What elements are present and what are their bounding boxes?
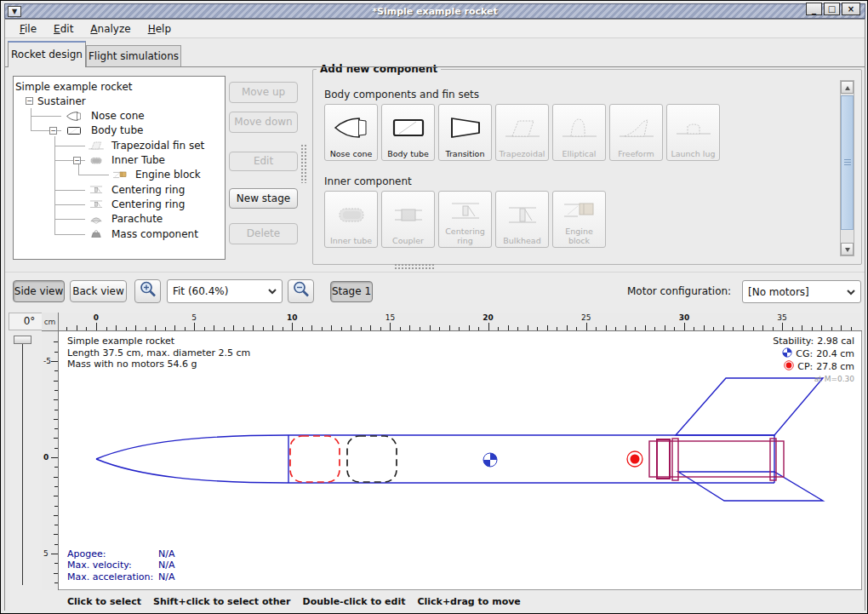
fin-upper[interactable]	[676, 378, 823, 435]
ruler-tick	[370, 325, 371, 330]
menu-edit[interactable]: Edit	[46, 21, 81, 37]
tree-item-nose-cone[interactable]: Nose cone	[14, 109, 145, 123]
ruler-tick	[283, 327, 283, 330]
component-scrollbar[interactable]	[840, 80, 854, 256]
add-transition-button[interactable]: Transition	[438, 104, 492, 161]
nose-cone-top[interactable]	[96, 435, 288, 459]
inner-tube-icon	[85, 154, 107, 167]
component-tree[interactable]: Simple example rocket−SustainerNose cone…	[13, 76, 226, 260]
close-button[interactable]: ×	[842, 3, 860, 15]
ruler-tick	[517, 327, 518, 330]
tree-item-body-tube[interactable]: Body tube	[14, 123, 143, 138]
edit-button[interactable]: Edit	[229, 152, 298, 171]
horizontal-split-handle[interactable]	[394, 263, 435, 271]
tree-item-parachute[interactable]: Parachute	[14, 212, 163, 227]
ruler-tick	[713, 327, 714, 330]
rocket-info-text: Simple example rocketLength 37.5 cm, max…	[67, 336, 250, 370]
bulkhead-icon	[504, 200, 541, 229]
tree-item-label: Centering ring	[111, 198, 185, 210]
engine-block-icon	[109, 169, 131, 181]
tab-flight-simulations[interactable]: Flight simulations	[86, 45, 181, 67]
engine-block-icon	[561, 193, 598, 227]
ruler-tick	[459, 327, 460, 330]
menu-file[interactable]: File	[12, 21, 44, 37]
parachute-icon	[85, 213, 107, 226]
ruler-tick	[821, 325, 822, 330]
zoom-in-button[interactable]	[134, 279, 161, 303]
add-launch-lug-button[interactable]: Launch lug	[666, 104, 720, 161]
tree-item-centering-ring[interactable]: Centering ring	[14, 197, 185, 211]
fin-elliptical-icon	[561, 106, 598, 150]
component-button-label: Body tube	[387, 150, 429, 159]
ruler-tick	[272, 325, 273, 330]
minimize-button[interactable]: _	[806, 3, 822, 15]
rotation-slider-track[interactable]	[22, 340, 23, 585]
add-bulkhead-button[interactable]: Bulkhead	[495, 191, 549, 248]
centering-ring-1-outline[interactable]	[672, 439, 678, 480]
mass-component-outline[interactable]	[347, 436, 397, 482]
tab-pane-border	[5, 66, 865, 67]
component-button-label: Engine block	[554, 227, 604, 245]
add-coupler-button[interactable]: Coupler	[381, 191, 435, 248]
engine-block-outline[interactable]	[657, 439, 670, 479]
tree-item-label: Trapezoidal fin set	[111, 140, 204, 152]
add-centering-ring-button[interactable]: Centering ring	[438, 191, 492, 248]
tree-item-sustainer[interactable]: Sustainer	[14, 94, 86, 108]
menu-help[interactable]: Help	[140, 21, 179, 37]
scroll-down-button[interactable]	[841, 243, 854, 255]
ruler-tick	[135, 325, 136, 330]
component-button-label: Launch lug	[671, 150, 715, 159]
title-bar[interactable]: ▼ *Simple example rocket	[4, 3, 865, 19]
ruler-tick	[66, 327, 67, 330]
tree-item-trapezoidal-fin-set[interactable]: Trapezoidal fin set	[14, 138, 204, 152]
tab-rocket-design[interactable]: Rocket design	[8, 41, 86, 67]
ruler-tick	[645, 325, 646, 330]
add-nose-cone-button[interactable]: Nose cone	[324, 104, 378, 161]
add-body-tube-button[interactable]: Body tube	[381, 104, 435, 161]
tree-item-simple-example-rocket[interactable]: Simple example rocket	[14, 79, 132, 94]
add-engine-block-button[interactable]: Engine block	[552, 191, 606, 248]
add-inner-tube-button[interactable]: Inner tube	[324, 191, 378, 248]
zoom-level-select[interactable]: Fit (60.4%)	[167, 279, 283, 303]
window-menu-icon[interactable]: ▼	[8, 6, 21, 17]
ruler-label: 30	[679, 313, 690, 322]
delete-button[interactable]: Delete	[229, 223, 298, 244]
chevron-down-icon	[268, 285, 277, 297]
new-stage-button[interactable]: New stage	[229, 188, 298, 209]
ruler-tick	[684, 323, 685, 330]
back-view-toggle[interactable]: Back view	[70, 280, 127, 302]
maximize-button[interactable]: □	[824, 3, 840, 15]
magnifier-plus-icon	[139, 290, 157, 301]
tree-item-inner-tube[interactable]: Inner Tube	[14, 153, 165, 168]
side-view-toggle[interactable]: Side view	[13, 280, 65, 302]
tree-item-centering-ring[interactable]: Centering ring	[14, 182, 185, 197]
inner-tube-assembly[interactable]	[649, 439, 784, 480]
tree-item-label: Inner Tube	[111, 154, 165, 166]
centering-ring-2-outline[interactable]	[770, 439, 776, 480]
inner-tube-icon	[333, 193, 370, 237]
motor-configuration-select[interactable]: [No motors]	[742, 280, 861, 303]
scroll-up-button[interactable]	[841, 81, 854, 94]
ruler-tick	[54, 399, 58, 400]
menu-analyze[interactable]: Analyze	[83, 21, 138, 37]
rocket-canvas[interactable]: Simple example rocketLength 37.5 cm, max…	[59, 331, 862, 590]
tree-item-engine-block[interactable]: Engine block	[14, 168, 201, 182]
ruler-tick	[292, 323, 293, 330]
add-freeform-button[interactable]: Freeform	[609, 104, 663, 161]
tree-item-mass-component[interactable]: Mass component	[14, 227, 198, 241]
add-trapezoidal-button[interactable]: Trapezoidal	[495, 104, 549, 161]
scrollbar-thumb[interactable]	[841, 95, 854, 230]
vertical-split-handle[interactable]	[300, 144, 306, 183]
ruler-tick	[733, 327, 734, 330]
move-up-button[interactable]: Move up	[229, 82, 298, 103]
add-elliptical-button[interactable]: Elliptical	[552, 104, 606, 161]
zoom-out-button[interactable]	[288, 279, 314, 303]
centering-ring-icon	[85, 183, 107, 196]
tree-item-label: Engine block	[135, 169, 201, 181]
parachute-outline[interactable]	[290, 436, 340, 482]
fin-lower[interactable]	[678, 472, 823, 501]
stage-1-toggle[interactable]: Stage 1	[330, 281, 373, 302]
rotation-slider-handle[interactable]	[14, 336, 31, 344]
move-down-button[interactable]: Move down	[229, 112, 298, 133]
nose-cone-bottom[interactable]	[96, 459, 288, 483]
